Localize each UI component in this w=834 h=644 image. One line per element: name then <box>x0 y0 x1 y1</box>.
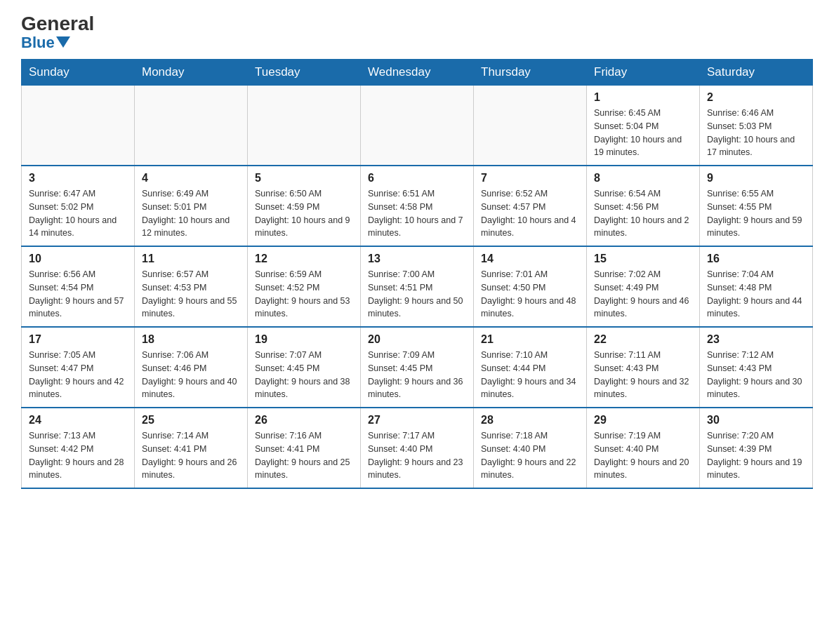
day-number: 22 <box>594 333 692 346</box>
calendar-cell <box>22 86 135 166</box>
day-number: 24 <box>29 414 127 427</box>
day-info: Sunrise: 7:14 AM Sunset: 4:41 PM Dayligh… <box>142 429 240 482</box>
day-number: 1 <box>594 91 692 104</box>
calendar-week-row: 1Sunrise: 6:45 AM Sunset: 5:04 PM Daylig… <box>22 86 813 166</box>
day-info: Sunrise: 6:51 AM Sunset: 4:58 PM Dayligh… <box>368 187 466 240</box>
day-info: Sunrise: 7:10 AM Sunset: 4:44 PM Dayligh… <box>481 349 579 401</box>
day-info: Sunrise: 7:17 AM Sunset: 4:40 PM Dayligh… <box>368 429 466 482</box>
calendar-table: SundayMondayTuesdayWednesdayThursdayFrid… <box>21 59 813 489</box>
day-info: Sunrise: 6:50 AM Sunset: 4:59 PM Dayligh… <box>255 187 353 240</box>
day-number: 2 <box>707 91 805 104</box>
day-info: Sunrise: 7:19 AM Sunset: 4:40 PM Dayligh… <box>594 429 692 482</box>
day-number: 17 <box>29 333 127 346</box>
day-info: Sunrise: 7:01 AM Sunset: 4:50 PM Dayligh… <box>481 268 579 321</box>
day-info: Sunrise: 7:00 AM Sunset: 4:51 PM Dayligh… <box>368 268 466 321</box>
day-info: Sunrise: 7:16 AM Sunset: 4:41 PM Dayligh… <box>255 429 353 482</box>
calendar-cell: 16Sunrise: 7:04 AM Sunset: 4:48 PM Dayli… <box>700 246 813 327</box>
day-number: 19 <box>255 333 353 346</box>
calendar-cell: 26Sunrise: 7:16 AM Sunset: 4:41 PM Dayli… <box>248 408 361 488</box>
calendar-cell: 21Sunrise: 7:10 AM Sunset: 4:44 PM Dayli… <box>474 327 587 408</box>
calendar-cell: 4Sunrise: 6:49 AM Sunset: 5:01 PM Daylig… <box>135 166 248 246</box>
day-info: Sunrise: 7:02 AM Sunset: 4:49 PM Dayligh… <box>594 268 692 321</box>
calendar-cell: 20Sunrise: 7:09 AM Sunset: 4:45 PM Dayli… <box>361 327 474 408</box>
day-number: 6 <box>368 172 466 185</box>
calendar-cell: 11Sunrise: 6:57 AM Sunset: 4:53 PM Dayli… <box>135 246 248 327</box>
logo-blue-text: Blue <box>21 34 55 52</box>
day-info: Sunrise: 6:47 AM Sunset: 5:02 PM Dayligh… <box>29 187 127 240</box>
calendar-cell: 12Sunrise: 6:59 AM Sunset: 4:52 PM Dayli… <box>248 246 361 327</box>
day-info: Sunrise: 6:52 AM Sunset: 4:57 PM Dayligh… <box>481 187 579 240</box>
day-of-week-header-wednesday: Wednesday <box>361 60 474 86</box>
calendar-cell: 9Sunrise: 6:55 AM Sunset: 4:55 PM Daylig… <box>700 166 813 246</box>
calendar-body: 1Sunrise: 6:45 AM Sunset: 5:04 PM Daylig… <box>22 86 813 489</box>
day-of-week-header-tuesday: Tuesday <box>248 60 361 86</box>
day-info: Sunrise: 7:20 AM Sunset: 4:39 PM Dayligh… <box>707 429 805 482</box>
calendar-cell: 1Sunrise: 6:45 AM Sunset: 5:04 PM Daylig… <box>587 86 700 166</box>
day-number: 12 <box>255 253 353 265</box>
day-info: Sunrise: 7:09 AM Sunset: 4:45 PM Dayligh… <box>368 349 466 401</box>
day-number: 29 <box>594 414 692 427</box>
calendar-cell <box>474 86 587 166</box>
day-number: 18 <box>142 333 240 346</box>
day-number: 9 <box>707 172 805 185</box>
day-info: Sunrise: 7:06 AM Sunset: 4:46 PM Dayligh… <box>142 349 240 401</box>
calendar-cell: 19Sunrise: 7:07 AM Sunset: 4:45 PM Dayli… <box>248 327 361 408</box>
calendar-week-row: 24Sunrise: 7:13 AM Sunset: 4:42 PM Dayli… <box>22 408 813 488</box>
day-number: 30 <box>707 414 805 427</box>
day-number: 20 <box>368 333 466 346</box>
day-number: 28 <box>481 414 579 427</box>
day-info: Sunrise: 6:46 AM Sunset: 5:03 PM Dayligh… <box>707 107 805 159</box>
day-number: 27 <box>368 414 466 427</box>
day-of-week-header-thursday: Thursday <box>474 60 587 86</box>
day-number: 8 <box>594 172 692 185</box>
day-info: Sunrise: 6:54 AM Sunset: 4:56 PM Dayligh… <box>594 187 692 240</box>
day-of-week-header-sunday: Sunday <box>22 60 135 86</box>
calendar-cell: 7Sunrise: 6:52 AM Sunset: 4:57 PM Daylig… <box>474 166 587 246</box>
day-number: 25 <box>142 414 240 427</box>
calendar-week-row: 10Sunrise: 6:56 AM Sunset: 4:54 PM Dayli… <box>22 246 813 327</box>
calendar-week-row: 3Sunrise: 6:47 AM Sunset: 5:02 PM Daylig… <box>22 166 813 246</box>
day-of-week-header-friday: Friday <box>587 60 700 86</box>
day-info: Sunrise: 7:13 AM Sunset: 4:42 PM Dayligh… <box>29 429 127 482</box>
day-of-week-header-monday: Monday <box>135 60 248 86</box>
calendar-cell <box>248 86 361 166</box>
day-info: Sunrise: 7:18 AM Sunset: 4:40 PM Dayligh… <box>481 429 579 482</box>
day-number: 3 <box>29 172 127 185</box>
calendar-cell: 25Sunrise: 7:14 AM Sunset: 4:41 PM Dayli… <box>135 408 248 488</box>
calendar-cell: 24Sunrise: 7:13 AM Sunset: 4:42 PM Dayli… <box>22 408 135 488</box>
day-info: Sunrise: 6:59 AM Sunset: 4:52 PM Dayligh… <box>255 268 353 321</box>
days-of-week-row: SundayMondayTuesdayWednesdayThursdayFrid… <box>22 60 813 86</box>
calendar-cell: 2Sunrise: 6:46 AM Sunset: 5:03 PM Daylig… <box>700 86 813 166</box>
logo-triangle-icon <box>56 36 70 48</box>
day-info: Sunrise: 7:05 AM Sunset: 4:47 PM Dayligh… <box>29 349 127 401</box>
day-info: Sunrise: 6:45 AM Sunset: 5:04 PM Dayligh… <box>594 107 692 159</box>
day-info: Sunrise: 6:55 AM Sunset: 4:55 PM Dayligh… <box>707 187 805 240</box>
calendar-cell: 18Sunrise: 7:06 AM Sunset: 4:46 PM Dayli… <box>135 327 248 408</box>
day-number: 15 <box>594 253 692 265</box>
day-info: Sunrise: 7:12 AM Sunset: 4:43 PM Dayligh… <box>707 349 805 401</box>
page-header: General Blue <box>21 14 813 52</box>
day-number: 4 <box>142 172 240 185</box>
day-number: 5 <box>255 172 353 185</box>
calendar-cell: 13Sunrise: 7:00 AM Sunset: 4:51 PM Dayli… <box>361 246 474 327</box>
day-number: 13 <box>368 253 466 265</box>
calendar-cell: 15Sunrise: 7:02 AM Sunset: 4:49 PM Dayli… <box>587 246 700 327</box>
calendar-cell: 30Sunrise: 7:20 AM Sunset: 4:39 PM Dayli… <box>700 408 813 488</box>
calendar-week-row: 17Sunrise: 7:05 AM Sunset: 4:47 PM Dayli… <box>22 327 813 408</box>
day-info: Sunrise: 6:56 AM Sunset: 4:54 PM Dayligh… <box>29 268 127 321</box>
calendar-cell <box>135 86 248 166</box>
calendar-cell: 22Sunrise: 7:11 AM Sunset: 4:43 PM Dayli… <box>587 327 700 408</box>
day-number: 26 <box>255 414 353 427</box>
day-of-week-header-saturday: Saturday <box>700 60 813 86</box>
logo: General Blue <box>21 14 94 52</box>
calendar-cell: 28Sunrise: 7:18 AM Sunset: 4:40 PM Dayli… <box>474 408 587 488</box>
day-number: 14 <box>481 253 579 265</box>
day-info: Sunrise: 6:57 AM Sunset: 4:53 PM Dayligh… <box>142 268 240 321</box>
day-info: Sunrise: 7:04 AM Sunset: 4:48 PM Dayligh… <box>707 268 805 321</box>
calendar-cell: 5Sunrise: 6:50 AM Sunset: 4:59 PM Daylig… <box>248 166 361 246</box>
calendar-cell: 6Sunrise: 6:51 AM Sunset: 4:58 PM Daylig… <box>361 166 474 246</box>
calendar-cell: 23Sunrise: 7:12 AM Sunset: 4:43 PM Dayli… <box>700 327 813 408</box>
calendar-cell: 10Sunrise: 6:56 AM Sunset: 4:54 PM Dayli… <box>22 246 135 327</box>
calendar-cell: 29Sunrise: 7:19 AM Sunset: 4:40 PM Dayli… <box>587 408 700 488</box>
day-info: Sunrise: 7:11 AM Sunset: 4:43 PM Dayligh… <box>594 349 692 401</box>
